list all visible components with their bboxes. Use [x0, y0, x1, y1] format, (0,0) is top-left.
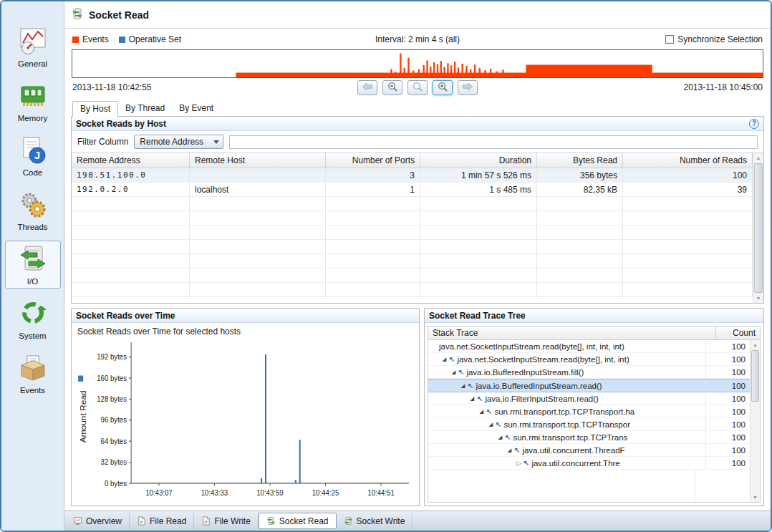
- table-cell: [190, 269, 326, 282]
- count-cell: 100: [705, 340, 750, 352]
- tree-expander-icon[interactable]: ◢: [450, 369, 458, 375]
- sidebar-item-system[interactable]: System: [5, 295, 61, 343]
- column-header[interactable]: Remote Address: [72, 153, 190, 168]
- filter-column-dropdown[interactable]: Remote Address: [134, 135, 223, 149]
- sidebar-item-threads[interactable]: Threads: [5, 186, 61, 234]
- zoom-reset-button[interactable]: [407, 80, 428, 95]
- scroll-down-icon[interactable]: ▼: [751, 493, 760, 502]
- bottom-tab-overview[interactable]: Overview: [66, 513, 130, 529]
- tree-expander-icon[interactable]: ▷: [515, 460, 523, 467]
- stack-trace-column-header[interactable]: Stack Trace: [428, 327, 715, 339]
- help-icon[interactable]: ?: [749, 119, 759, 129]
- synchronize-selection-checkbox[interactable]: [665, 35, 674, 44]
- sidebar-item-io[interactable]: I/O: [5, 241, 61, 289]
- table-cell: [420, 254, 537, 268]
- forward-button[interactable]: [458, 80, 478, 95]
- column-header[interactable]: Duration: [420, 153, 537, 168]
- sidebar-item-events[interactable]: Events: [5, 349, 61, 397]
- column-header[interactable]: Number of Reads: [623, 153, 753, 168]
- table-cell: localhost: [190, 183, 326, 196]
- bottom-tab-socket-read[interactable]: Socket Read: [259, 513, 337, 529]
- table-cell: [326, 240, 420, 253]
- tab-by-event[interactable]: By Event: [172, 101, 221, 117]
- table-cell: [72, 269, 190, 282]
- sidebar-item-general[interactable]: General: [5, 23, 61, 71]
- table-row[interactable]: 198.51.100.031 min 57 s 526 ms356 bytes1…: [72, 168, 753, 183]
- count-cell: 100: [705, 431, 750, 443]
- trace-tree-row[interactable]: ◢↖sun.rmi.transport.tcp.TCPTransport.ha1…: [428, 405, 750, 418]
- trace-tree-row[interactable]: ◢↖sun.rmi.transport.tcp.TCPTranspor100: [428, 418, 750, 431]
- socket-write-tab-icon: [344, 516, 353, 526]
- back-arrow-icon: [362, 82, 373, 93]
- tree-expander-icon[interactable]: ◢: [496, 434, 504, 440]
- scrollbar-thumb[interactable]: [754, 163, 763, 293]
- table-cell: [190, 283, 326, 296]
- column-header[interactable]: Number of Ports: [326, 153, 420, 168]
- page-header: Socket Read: [64, 1, 771, 29]
- tree-expander-icon[interactable]: ◢: [468, 395, 476, 402]
- bottom-tab-file-read[interactable]: File Read: [130, 513, 194, 529]
- sidebar-item-label: Code: [23, 168, 43, 177]
- scroll-up-icon[interactable]: ▲: [753, 153, 763, 163]
- table-cell: [72, 240, 190, 253]
- host-table: Remote AddressRemote HostNumber of Ports…: [72, 153, 753, 303]
- table-row[interactable]: 192.0.2.0localhost11 s 485 ms82,35 kB39: [72, 183, 753, 197]
- stack-frame-icon: ↖: [523, 459, 529, 467]
- events-timeline-chart[interactable]: [72, 49, 763, 78]
- count-cell: 100: [705, 379, 750, 392]
- sidebar-item-memory[interactable]: Memory: [5, 77, 61, 125]
- sidebar-item-label: Threads: [17, 223, 47, 231]
- back-button[interactable]: [357, 80, 377, 95]
- trace-tree-row[interactable]: ◢↖java.io.BufferedInputStream.read()100: [428, 379, 750, 392]
- socket-reads-by-host-panel: Socket Reads by Host ? Filter Column Rem…: [71, 116, 764, 304]
- tree-expander-icon[interactable]: ◢: [459, 382, 467, 389]
- filter-row: Filter Column Remote Address: [72, 131, 763, 153]
- count-column-header[interactable]: Count: [715, 327, 760, 339]
- tab-label: Socket Read: [279, 516, 329, 526]
- table-cell: [190, 211, 326, 225]
- amount-read-series-marker: [78, 376, 83, 382]
- stack-frame-label: java.util.concurrent.ThreadF: [522, 446, 624, 455]
- tree-expander-icon[interactable]: ◢: [440, 356, 448, 362]
- java-code-icon: J: [19, 136, 47, 167]
- bottom-tab-socket-write[interactable]: Socket Write: [337, 513, 413, 529]
- sidebar-item-code[interactable]: J Code: [5, 132, 61, 180]
- scroll-up-icon[interactable]: ▲: [751, 340, 760, 349]
- column-header[interactable]: Remote Host: [190, 153, 326, 168]
- socket-reads-chart[interactable]: 0 bytes32 bytes64 bytes96 bytes128 bytes…: [72, 337, 419, 506]
- socket-reads-over-time-panel: Socket Reads over Time Socket Reads over…: [71, 308, 420, 506]
- trace-tree-row[interactable]: ◢↖java.util.concurrent.ThreadF100: [428, 444, 750, 457]
- trace-tree-row[interactable]: ◢↖java.net.SocketInputStream.read(byte[]…: [428, 353, 750, 366]
- memory-chip-icon: [19, 82, 47, 112]
- tree-expander-icon[interactable]: ◢: [478, 408, 486, 415]
- table-row: [72, 269, 753, 283]
- tab-by-thread[interactable]: By Thread: [118, 101, 172, 117]
- tab-by-host[interactable]: By Host: [72, 101, 118, 117]
- tab-label: Socket Write: [357, 516, 405, 526]
- chart-subtitle: Socket Reads over Time for selected host…: [72, 323, 419, 337]
- zoom-out-button[interactable]: [382, 80, 402, 95]
- table-row: [72, 197, 753, 211]
- trace-tree-row[interactable]: ◢↖java.io.FilterInputStream.read()100: [428, 392, 750, 405]
- tree-expander-icon[interactable]: ◢: [487, 421, 495, 427]
- socket-read-page-icon: [72, 8, 83, 21]
- trace-tree-scrollbar[interactable]: ▲ ▼: [750, 340, 760, 502]
- zoom-in-button[interactable]: [433, 80, 453, 95]
- table-row: [72, 240, 753, 254]
- trace-tree-row[interactable]: java.net.SocketInputStream.read(byte[], …: [428, 340, 750, 353]
- table-cell: [420, 283, 537, 296]
- scroll-down-icon[interactable]: ▼: [753, 294, 763, 303]
- trace-tree-row[interactable]: ◢↖java.io.BufferedInputStream.fill()100: [428, 366, 750, 379]
- column-header[interactable]: Bytes Read: [537, 153, 623, 168]
- tree-expander-icon[interactable]: ◢: [506, 447, 513, 453]
- host-table-scrollbar[interactable]: ▲ ▼: [753, 153, 763, 303]
- trace-tree-row[interactable]: ▷↖java.util.concurrent.Thre100: [428, 457, 750, 470]
- table-cell: 1 s 485 ms: [420, 183, 537, 196]
- stack-frame-label: java.io.BufferedInputStream.fill(): [466, 368, 584, 377]
- bottom-tab-file-write[interactable]: File Write: [194, 513, 258, 529]
- trace-tree-row[interactable]: ◢↖sun.rmi.transport.tcp.TCPTrans100: [428, 431, 750, 444]
- table-cell: [326, 283, 420, 296]
- scrollbar-thumb[interactable]: [751, 350, 759, 402]
- stack-frame-icon: ↖: [505, 433, 511, 441]
- filter-input[interactable]: [229, 135, 758, 149]
